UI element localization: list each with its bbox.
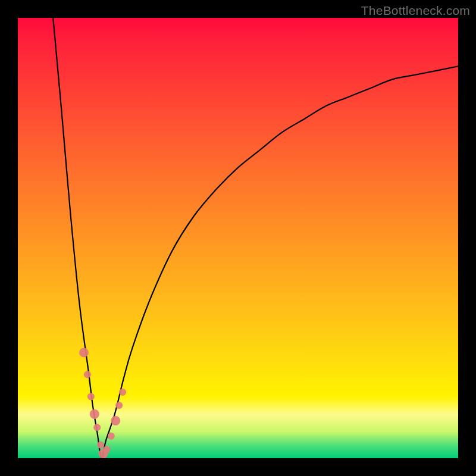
marker-dot xyxy=(93,424,101,431)
marker-dot xyxy=(97,441,104,449)
marker-dot xyxy=(119,389,126,396)
marker-dot xyxy=(84,371,91,378)
curve-group xyxy=(53,18,458,458)
marker-dot xyxy=(103,446,110,453)
watermark-text: TheBottleneck.com xyxy=(361,4,470,18)
marker-dot xyxy=(90,409,99,419)
plot-area xyxy=(18,18,458,458)
chart-frame: TheBottleneck.com xyxy=(0,0,476,476)
marker-group xyxy=(79,347,126,458)
marker-dot xyxy=(79,347,89,357)
marker-dot xyxy=(111,416,120,425)
bottleneck-curve xyxy=(53,18,458,458)
marker-dot xyxy=(108,433,115,440)
marker-dot xyxy=(115,402,123,409)
bottleneck-curve-svg xyxy=(18,18,458,458)
marker-dot xyxy=(87,393,95,400)
